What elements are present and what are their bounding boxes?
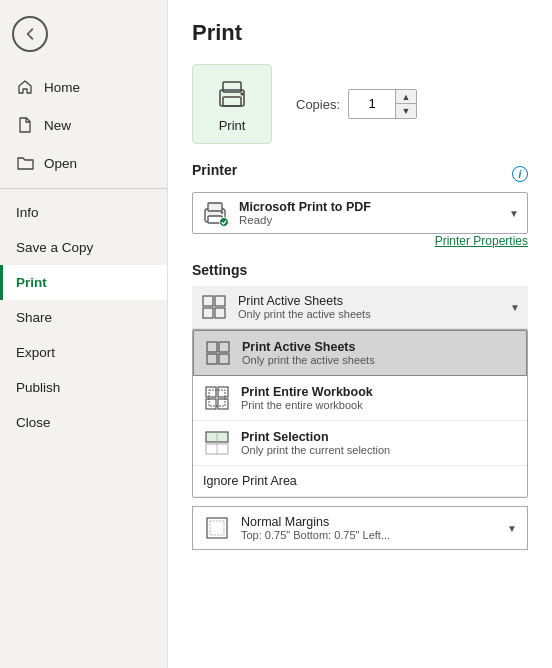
svg-rect-16 bbox=[206, 387, 216, 397]
divider-1 bbox=[0, 188, 167, 189]
copies-label: Copies: bbox=[296, 97, 340, 112]
sidebar-item-open[interactable]: Open bbox=[0, 144, 167, 182]
normal-margins-sub: Top: 0.75" Bottom: 0.75" Left... bbox=[241, 529, 497, 541]
dropdown-active-sheets-text: Print Active Sheets Only print the activ… bbox=[242, 340, 516, 366]
printer-info: Microsoft Print to PDF Ready bbox=[239, 200, 499, 226]
settings-top-main: Print Active Sheets bbox=[238, 294, 500, 308]
svg-rect-2 bbox=[223, 97, 241, 106]
svg-rect-15 bbox=[219, 354, 229, 364]
sidebar-new-label: New bbox=[44, 118, 71, 133]
printer-properties-link[interactable]: Printer Properties bbox=[192, 234, 528, 248]
sidebar-item-home[interactable]: Home bbox=[0, 68, 167, 106]
svg-rect-8 bbox=[203, 296, 213, 306]
copies-up-button[interactable]: ▲ bbox=[396, 90, 416, 104]
normal-margins-icon bbox=[203, 514, 231, 542]
dropdown-selection-sub: Only print the current selection bbox=[241, 444, 517, 456]
copies-row: Copies: 1 ▲ ▼ bbox=[296, 89, 417, 119]
settings-section-title: Settings bbox=[192, 262, 528, 278]
sidebar-item-share[interactable]: Share bbox=[0, 300, 167, 335]
dropdown-workbook-sub: Print the entire workbook bbox=[241, 399, 517, 411]
copies-value[interactable]: 1 bbox=[349, 90, 395, 118]
print-active-sheets-icon bbox=[204, 339, 232, 367]
svg-rect-20 bbox=[209, 390, 225, 406]
sidebar-item-close[interactable]: Close bbox=[0, 405, 167, 440]
sidebar-item-print[interactable]: Print bbox=[0, 265, 167, 300]
print-workbook-icon bbox=[203, 384, 231, 412]
dropdown-selection-main: Print Selection bbox=[241, 430, 517, 444]
normal-margins-row[interactable]: Normal Margins Top: 0.75" Bottom: 0.75" … bbox=[192, 506, 528, 550]
sidebar-save-copy-label: Save a Copy bbox=[16, 240, 93, 255]
svg-point-7 bbox=[221, 211, 223, 213]
printer-icon-area bbox=[201, 199, 229, 227]
sidebar-info-label: Info bbox=[16, 205, 39, 220]
print-active-icon-top bbox=[200, 293, 228, 321]
dropdown-selection-text: Print Selection Only print the current s… bbox=[241, 430, 517, 456]
print-area: Print Copies: 1 ▲ ▼ bbox=[192, 64, 528, 144]
svg-rect-14 bbox=[207, 354, 217, 364]
svg-rect-11 bbox=[215, 308, 225, 318]
print-button-label: Print bbox=[219, 118, 246, 133]
svg-rect-18 bbox=[206, 399, 216, 409]
sidebar-item-publish[interactable]: Publish bbox=[0, 370, 167, 405]
sidebar-share-label: Share bbox=[16, 310, 52, 325]
ignore-print-area-item[interactable]: Ignore Print Area bbox=[193, 466, 527, 497]
sidebar-publish-label: Publish bbox=[16, 380, 60, 395]
info-icon[interactable]: i bbox=[512, 166, 528, 182]
svg-rect-17 bbox=[218, 387, 228, 397]
new-file-icon bbox=[16, 116, 34, 134]
margins-dropdown-arrow: ▼ bbox=[507, 523, 517, 534]
svg-point-3 bbox=[241, 92, 244, 95]
printer-status: Ready bbox=[239, 214, 499, 226]
dropdown-workbook-main: Print Entire Workbook bbox=[241, 385, 517, 399]
sidebar-home-label: Home bbox=[44, 80, 80, 95]
ignore-print-area-label: Ignore Print Area bbox=[203, 474, 297, 488]
copies-arrows: ▲ ▼ bbox=[395, 90, 416, 118]
print-selection-icon bbox=[203, 429, 231, 457]
sidebar-item-export[interactable]: Export bbox=[0, 335, 167, 370]
copies-control: 1 ▲ ▼ bbox=[348, 89, 417, 119]
dropdown-workbook-text: Print Entire Workbook Print the entire w… bbox=[241, 385, 517, 411]
svg-rect-19 bbox=[218, 399, 228, 409]
dropdown-item-print-selection[interactable]: Print Selection Only print the current s… bbox=[193, 421, 527, 466]
settings-top-text: Print Active Sheets Only print the activ… bbox=[238, 294, 500, 320]
settings-dropdown-open: Print Active Sheets Only print the activ… bbox=[192, 329, 528, 498]
dropdown-active-sheets-main: Print Active Sheets bbox=[242, 340, 516, 354]
back-button[interactable] bbox=[12, 16, 48, 52]
sidebar-print-label: Print bbox=[16, 275, 47, 290]
dropdown-item-entire-workbook[interactable]: Print Entire Workbook Print the entire w… bbox=[193, 376, 527, 421]
printer-status-dot bbox=[219, 217, 229, 227]
settings-top-row[interactable]: Print Active Sheets Only print the activ… bbox=[192, 286, 528, 330]
open-folder-icon bbox=[16, 154, 34, 172]
settings-top-sub: Only print the active sheets bbox=[238, 308, 500, 320]
printer-name: Microsoft Print to PDF bbox=[239, 200, 499, 214]
main-content: Print Print Copies: 1 ▲ ▼ Pri bbox=[168, 0, 552, 668]
home-icon bbox=[16, 78, 34, 96]
printer-dropdown[interactable]: Microsoft Print to PDF Ready ▼ bbox=[192, 192, 528, 234]
settings-section: Settings Print Active Sheets Only print … bbox=[192, 262, 528, 550]
printer-section-title: Printer bbox=[192, 162, 237, 178]
dropdown-item-active-sheets[interactable]: Print Active Sheets Only print the activ… bbox=[193, 330, 527, 376]
sidebar-item-new[interactable]: New bbox=[0, 106, 167, 144]
svg-rect-9 bbox=[215, 296, 225, 306]
settings-dropdown-arrow: ▼ bbox=[510, 302, 520, 313]
sidebar-item-save-copy[interactable]: Save a Copy bbox=[0, 230, 167, 265]
svg-rect-10 bbox=[203, 308, 213, 318]
copies-down-button[interactable]: ▼ bbox=[396, 104, 416, 118]
sidebar-item-info[interactable]: Info bbox=[0, 195, 167, 230]
sidebar-open-label: Open bbox=[44, 156, 77, 171]
printer-dropdown-arrow: ▼ bbox=[509, 208, 519, 219]
svg-rect-5 bbox=[208, 203, 222, 211]
sidebar: Home New Open Info Save a Copy Print Sha… bbox=[0, 0, 168, 668]
printer-header: Printer i bbox=[192, 162, 528, 186]
sidebar-export-label: Export bbox=[16, 345, 55, 360]
page-title: Print bbox=[192, 20, 528, 46]
normal-margins-text: Normal Margins Top: 0.75" Bottom: 0.75" … bbox=[241, 515, 497, 541]
sidebar-close-label: Close bbox=[16, 415, 51, 430]
dropdown-active-sheets-sub: Only print the active sheets bbox=[242, 354, 516, 366]
svg-rect-13 bbox=[219, 342, 229, 352]
normal-margins-main: Normal Margins bbox=[241, 515, 497, 529]
svg-rect-12 bbox=[207, 342, 217, 352]
print-button[interactable]: Print bbox=[192, 64, 272, 144]
printer-section: Printer i Microsoft Print to PDF bbox=[192, 162, 528, 248]
svg-rect-25 bbox=[210, 521, 224, 535]
